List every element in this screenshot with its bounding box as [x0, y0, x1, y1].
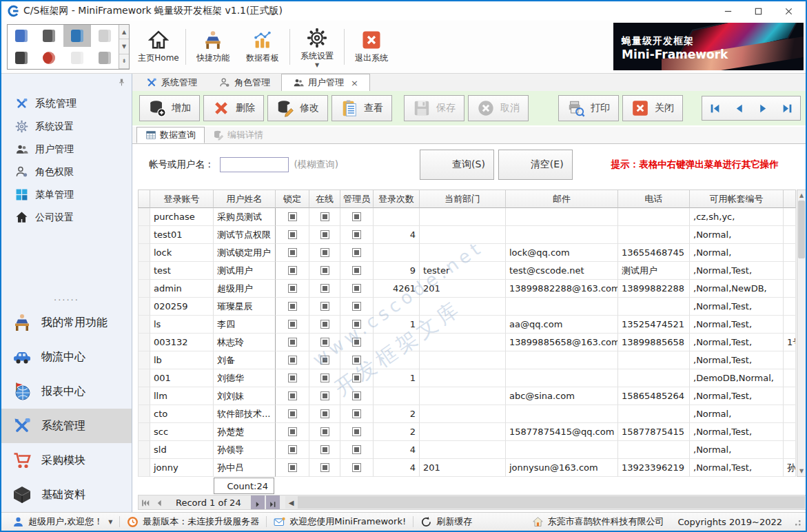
theme-thumbnail[interactable]	[91, 25, 119, 47]
table-row[interactable]: jonny孙中吕4201jonnysun@163.com13923396219,…	[138, 459, 806, 477]
column-header[interactable]: 电话	[618, 190, 690, 208]
column-header[interactable]: 管理员	[340, 190, 374, 208]
module-purchase[interactable]: 采购模块	[1, 443, 132, 478]
resize-grip-icon[interactable]	[792, 517, 801, 526]
online-checkbox[interactable]	[320, 427, 329, 436]
nav-next-icon[interactable]	[757, 103, 769, 114]
table-row[interactable]: llm刘刘妹abc@sina.com15865485264,Normal,Tes…	[138, 387, 806, 405]
admin-checkbox[interactable]	[352, 284, 361, 293]
table-row[interactable]: test测试用户9testertest@cscode.net测试用户,Norma…	[138, 262, 806, 280]
record-next-button[interactable]	[251, 495, 265, 509]
table-row[interactable]: admin超级用户426120113899882288@163.com13899…	[138, 280, 806, 298]
admin-checkbox[interactable]	[352, 391, 361, 400]
table-row[interactable]: 001刘德华1,DemoDB,Normal,	[138, 369, 806, 387]
locked-checkbox[interactable]	[288, 302, 297, 311]
clear-button[interactable]: 清空(E)	[498, 150, 573, 180]
theme-thumbnail[interactable]	[35, 25, 63, 47]
module-system-management[interactable]: 系统管理	[1, 409, 132, 443]
table-row[interactable]: 020259璀璨星辰,Normal,Test,	[138, 298, 806, 316]
user-greeting[interactable]: 超级用户,欢迎您！▼	[6, 515, 119, 528]
admin-checkbox[interactable]	[352, 445, 361, 454]
admin-checkbox[interactable]	[352, 338, 361, 347]
locked-checkbox[interactable]	[288, 409, 297, 418]
online-checkbox[interactable]	[320, 284, 329, 293]
online-checkbox[interactable]	[320, 302, 329, 311]
table-row[interactable]: sld孙领导4,Normal,	[138, 441, 806, 459]
dashboard-button[interactable]: 数据看板	[238, 23, 287, 70]
locked-checkbox[interactable]	[288, 356, 297, 365]
locked-checkbox[interactable]	[288, 248, 297, 257]
horizontal-scrollbar[interactable]	[298, 496, 805, 509]
admin-checkbox[interactable]	[352, 320, 361, 329]
locked-checkbox[interactable]	[288, 463, 297, 472]
online-checkbox[interactable]	[320, 374, 329, 382]
locked-checkbox[interactable]	[288, 212, 297, 221]
theme-thumbnail[interactable]	[8, 47, 35, 69]
record-first-icon[interactable]	[141, 498, 150, 507]
column-header[interactable]: 锁定	[276, 190, 309, 208]
theme-thumbnail[interactable]	[8, 25, 35, 47]
admin-checkbox[interactable]	[352, 266, 361, 275]
home-button[interactable]: 主页Home	[134, 23, 183, 70]
sidebar-item-company-settings[interactable]: 公司设置	[1, 206, 132, 229]
table-row[interactable]: lock测试锁定用户lock@qq.com13655468745,Normal,	[138, 244, 806, 262]
online-checkbox[interactable]	[320, 248, 329, 257]
add-button[interactable]: 增加	[139, 95, 200, 121]
online-checkbox[interactable]	[320, 445, 329, 454]
admin-checkbox[interactable]	[352, 302, 361, 311]
locked-checkbox[interactable]	[288, 445, 297, 454]
sidebar-item-menu-management[interactable]: 菜单管理	[1, 183, 132, 206]
admin-checkbox[interactable]	[352, 427, 361, 436]
admin-checkbox[interactable]	[352, 409, 361, 418]
online-checkbox[interactable]	[320, 356, 329, 365]
table-row[interactable]: scc孙楚楚215877875415@qq.com15877875415,Nor…	[138, 423, 806, 441]
locked-checkbox[interactable]	[288, 284, 297, 293]
column-header[interactable]: 登录账号	[150, 190, 214, 208]
close-button-toolbar[interactable]: 关闭	[622, 95, 683, 121]
sidebar-item-user-management[interactable]: 用户管理	[1, 138, 132, 161]
pin-icon[interactable]	[117, 76, 126, 85]
admin-checkbox[interactable]	[352, 230, 361, 239]
online-checkbox[interactable]	[320, 212, 329, 221]
module-report-center[interactable]: 报表中心	[1, 374, 132, 409]
record-last-button[interactable]	[266, 495, 280, 509]
table-row[interactable]: test01测试节点权限4,Normal,	[138, 226, 806, 244]
column-header[interactable]: 邮件	[506, 190, 618, 208]
table-row[interactable]: ls李四1aa@qq.com13525474521,Normal,Test,	[138, 316, 806, 334]
table-row[interactable]: lb刘备,Normal,Test,	[138, 351, 806, 369]
sidebar-item-system-settings[interactable]: 系统设置	[1, 115, 132, 138]
quick-functions-button[interactable]: 快捷功能	[188, 23, 238, 70]
record-prev-icon[interactable]	[154, 498, 164, 507]
tab-role-management[interactable]: 角色管理	[208, 74, 281, 91]
column-header[interactable]: 在线	[309, 190, 340, 208]
tab-close-icon[interactable]: ×	[351, 78, 358, 88]
admin-checkbox[interactable]	[352, 212, 361, 221]
locked-checkbox[interactable]	[288, 427, 297, 436]
online-checkbox[interactable]	[320, 320, 329, 329]
theme-thumbnail[interactable]	[35, 47, 63, 69]
nav-last-icon[interactable]	[782, 103, 793, 114]
online-checkbox[interactable]	[320, 230, 329, 239]
account-search-input[interactable]	[220, 157, 289, 172]
close-button[interactable]	[775, 1, 806, 21]
admin-checkbox[interactable]	[352, 356, 361, 365]
online-checkbox[interactable]	[320, 463, 329, 472]
modify-button[interactable]: 修改	[267, 95, 328, 121]
admin-checkbox[interactable]	[352, 374, 361, 382]
print-button[interactable]: 打印	[558, 95, 619, 121]
table-row[interactable]: 003132林志玲13899885658@163.com13899885658,…	[138, 334, 806, 351]
locked-checkbox[interactable]	[288, 230, 297, 239]
welcome-message[interactable]: 欢迎您使用MiniFramework!	[267, 515, 413, 528]
system-settings-button[interactable]: 系统设置▼	[292, 23, 342, 70]
online-checkbox[interactable]	[320, 391, 329, 400]
locked-checkbox[interactable]	[288, 391, 297, 400]
column-header[interactable]	[138, 190, 150, 208]
refresh-cache[interactable]: 刷新缓存	[413, 515, 479, 528]
exit-system-button[interactable]: 退出系统	[347, 23, 396, 70]
query-button[interactable]: 查询(S)	[420, 150, 494, 180]
table-row[interactable]: cto软件部技术...2,Normal,	[138, 405, 806, 423]
view-button[interactable]: 查看	[331, 95, 392, 121]
online-checkbox[interactable]	[320, 409, 329, 418]
column-header[interactable]: 登录次数	[374, 190, 420, 208]
locked-checkbox[interactable]	[288, 320, 297, 329]
